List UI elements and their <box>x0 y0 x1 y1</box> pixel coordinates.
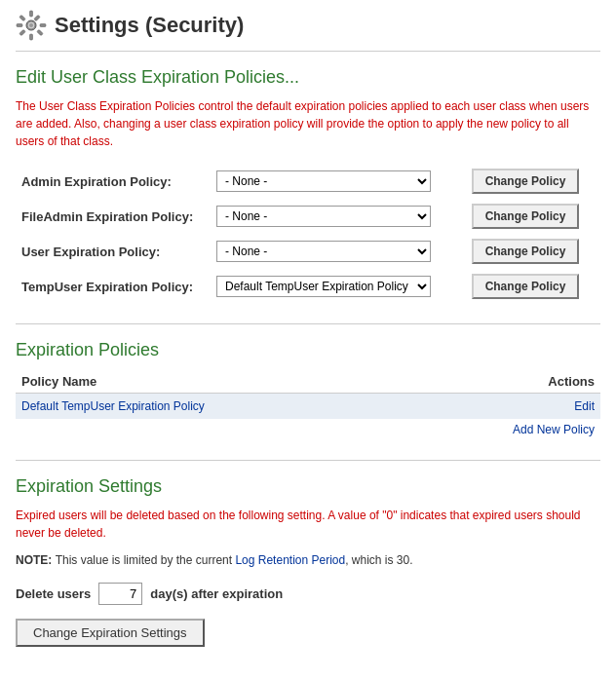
divider-1 <box>16 323 600 324</box>
edit-policies-title: Edit User Class Expiration Policies... <box>16 67 600 88</box>
fileadmin-change-policy-button[interactable]: Change Policy <box>472 204 580 229</box>
table-row: TempUser Expiration Policy: Default Temp… <box>16 269 600 304</box>
add-new-td: Add New Policy <box>16 419 600 440</box>
col-actions: Actions <box>466 370 600 394</box>
fileadmin-policy-select[interactable]: - None - <box>216 206 431 227</box>
col-policy-name: Policy Name <box>16 370 466 394</box>
edit-policies-info: The User Class Expiration Policies contr… <box>16 97 600 150</box>
policy-name-cell: Default TempUser Expiration Policy <box>16 394 466 420</box>
tempuser-policy-select[interactable]: Default TempUser Expiration Policy <box>216 276 431 297</box>
page-header: Settings (Security) <box>16 10 600 52</box>
tempuser-change-policy-button[interactable]: Change Policy <box>472 274 580 299</box>
fileadmin-policy-btn-td: Change Policy <box>466 199 600 234</box>
svg-rect-2 <box>30 34 33 40</box>
delete-users-row: Delete users day(s) after expiration <box>16 583 600 605</box>
svg-rect-8 <box>19 29 25 35</box>
log-retention-link[interactable]: Log Retention Period <box>235 553 345 567</box>
table-header-row: Policy Name Actions <box>16 370 600 394</box>
add-new-row: Add New Policy <box>16 419 600 440</box>
svg-rect-7 <box>34 15 40 20</box>
admin-policy-select-td: - None - <box>211 164 466 199</box>
svg-rect-1 <box>30 11 33 17</box>
tempuser-policy-label: TempUser Expiration Policy: <box>16 269 211 304</box>
svg-rect-5 <box>19 15 25 20</box>
fileadmin-policy-select-td: - None - <box>211 199 466 234</box>
policy-table: Admin Expiration Policy: - None - Change… <box>16 164 600 304</box>
page-title: Settings (Security) <box>55 13 244 38</box>
admin-policy-label: Admin Expiration Policy: <box>16 164 211 199</box>
user-policy-select-td: - None - <box>211 234 466 269</box>
admin-policy-select[interactable]: - None - <box>216 170 431 192</box>
svg-rect-4 <box>40 24 46 27</box>
policy-name-link[interactable]: Default TempUser Expiration Policy <box>21 399 205 413</box>
expiration-policies-table: Policy Name Actions Default TempUser Exp… <box>16 370 600 440</box>
tempuser-policy-select-td: Default TempUser Expiration Policy <box>211 269 466 304</box>
expiration-settings-title: Expiration Settings <box>16 476 600 497</box>
policy-action-cell: Edit <box>466 394 600 420</box>
user-change-policy-button[interactable]: Change Policy <box>472 239 580 264</box>
note-text: NOTE: This value is limited by the curre… <box>16 551 600 569</box>
edit-policy-link[interactable]: Edit <box>574 399 595 413</box>
delete-users-label: Delete users <box>16 586 91 601</box>
svg-rect-6 <box>37 29 43 35</box>
delete-days-input[interactable] <box>98 583 142 605</box>
expiration-policies-title: Expiration Policies <box>16 340 600 360</box>
settings-info-text: Expired users will be deleted based on t… <box>16 507 600 542</box>
svg-rect-3 <box>17 24 22 27</box>
admin-policy-btn-td: Change Policy <box>466 164 600 199</box>
edit-policies-section: Edit User Class Expiration Policies... T… <box>16 67 600 304</box>
table-row: User Expiration Policy: - None - Change … <box>16 234 600 269</box>
user-policy-select[interactable]: - None - <box>216 241 431 262</box>
user-policy-label: User Expiration Policy: <box>16 234 211 269</box>
note-prefix: NOTE: <box>16 553 56 567</box>
gear-icon <box>16 10 47 41</box>
user-policy-btn-td: Change Policy <box>466 234 600 269</box>
add-new-policy-link[interactable]: Add New Policy <box>513 423 595 436</box>
table-row: Default TempUser Expiration Policy Edit <box>16 394 600 420</box>
note-suffix: , which is 30. <box>345 553 412 567</box>
delete-users-suffix: day(s) after expiration <box>150 586 283 601</box>
table-row: FileAdmin Expiration Policy: - None - Ch… <box>16 199 600 234</box>
table-row: Admin Expiration Policy: - None - Change… <box>16 164 600 199</box>
admin-change-policy-button[interactable]: Change Policy <box>472 169 580 194</box>
change-expiration-settings-button[interactable]: Change Expiration Settings <box>16 619 205 647</box>
note-body: This value is limited by the current <box>56 553 236 567</box>
svg-point-10 <box>29 23 33 27</box>
expiration-policies-section: Expiration Policies Policy Name Actions … <box>16 340 600 440</box>
fileadmin-policy-label: FileAdmin Expiration Policy: <box>16 199 211 234</box>
tempuser-policy-btn-td: Change Policy <box>466 269 600 304</box>
expiration-settings-section: Expiration Settings Expired users will b… <box>16 476 600 647</box>
divider-2 <box>16 460 600 461</box>
